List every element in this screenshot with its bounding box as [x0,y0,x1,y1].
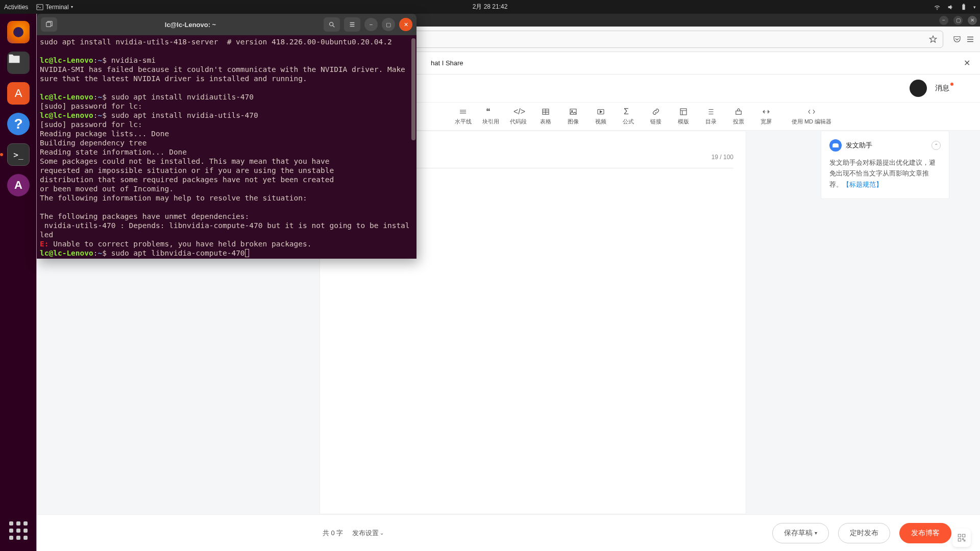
svg-rect-7 [680,109,687,115]
clock[interactable]: 2月 28 21:42 [473,3,508,11]
battery-icon[interactable] [960,4,967,11]
maximize-button[interactable]: ▢ [382,18,395,31]
schedule-button[interactable]: 定时发布 [838,523,890,543]
maximize-button[interactable]: ▢ [953,16,963,25]
dock-firefox[interactable] [6,20,31,44]
messages-label: 消息 [935,84,949,92]
chevron-down-icon: ⌄ [380,530,384,536]
tool-quote[interactable]: ❝块引用 [478,107,503,126]
new-tab-button[interactable] [41,17,57,32]
dock-files[interactable] [6,51,31,75]
notification-dot-icon [950,83,953,86]
tool-template[interactable]: 模版 [671,107,696,126]
collapse-icon[interactable]: ⌃ [932,141,941,150]
gnome-topbar: Activities Terminal ▾ 2月 28 21:42 ▾ [0,0,980,14]
tool-table[interactable]: 表格 [533,107,558,126]
close-button[interactable]: ✕ [399,18,412,31]
tool-label: 公式 [623,118,634,126]
tool-hr[interactable]: 水平线 [450,107,476,126]
publish-settings-label: 发布设置 [352,529,379,538]
assistant-link[interactable]: 【标题规范】 [843,181,883,188]
tool-label: 图像 [568,118,579,126]
svg-rect-8 [736,111,742,115]
menu-button[interactable] [344,17,360,32]
svg-rect-12 [46,22,51,27]
chevron-down-icon: ▾ [71,5,73,9]
tool-label: 块引用 [482,118,499,126]
minimize-button[interactable]: − [364,18,378,31]
svg-rect-11 [958,539,961,541]
dock-ubuntu-software[interactable]: A [6,173,31,197]
tool-label: 目录 [705,118,717,126]
button-label: 保存草稿 [784,529,813,538]
avatar[interactable] [910,80,927,97]
share-tab-fragment[interactable]: hat I Share [431,59,463,67]
tool-label: 表格 [540,118,551,126]
svg-rect-10 [963,534,965,537]
software-icon: A [7,82,30,105]
activities-button[interactable]: Activities [4,4,28,11]
wifi-icon[interactable] [934,4,941,11]
dock-help[interactable]: ? [6,112,31,136]
publish-button[interactable]: 发布博客 [899,523,951,543]
tool-label: 代码段 [510,118,527,126]
sigma-icon: Σ [624,107,633,116]
hamburger-icon[interactable] [966,35,975,44]
tool-formula[interactable]: Σ公式 [616,107,641,126]
scrollbar-thumb[interactable] [411,38,415,140]
search-button[interactable] [324,17,340,32]
star-icon[interactable] [928,35,938,44]
terminal-icon [36,4,43,11]
tool-toc[interactable]: 目录 [698,107,724,126]
assistant-panel: 发文助手 ⌃ 发文助手会对标题提出优化建议，避免出现不恰当文字从而影响文章推荐。… [821,131,949,199]
title-char-count: 19 / 100 [712,154,733,161]
dock-terminal[interactable]: >_ [6,142,31,167]
close-button[interactable]: ✕ [968,16,977,25]
tool-label: 投票 [733,118,744,126]
terminal-titlebar: lc@lc-Lenovo: ~ − ▢ ✕ [37,14,416,35]
close-tab-icon[interactable]: ✕ [961,57,973,69]
ubuntu-dock: A ? >_ A [0,14,37,551]
help-icon: ? [7,113,30,135]
assistant-icon [829,139,842,152]
tool-label: 视频 [595,118,606,126]
tool-image[interactable]: 图像 [560,107,586,126]
chevron-down-icon: ▾ [815,530,817,536]
svg-rect-4 [570,109,576,115]
terminal-title: lc@lc-Lenovo: ~ [61,21,320,29]
messages-link[interactable]: 消息 [935,84,949,93]
tool-label: 模版 [678,118,689,126]
app-menu-terminal[interactable]: Terminal ▾ [36,4,72,11]
tool-md-editor[interactable]: 使用 MD 编辑器 [781,107,842,126]
svg-rect-2 [963,4,965,4]
cursor [245,249,249,257]
quote-icon: ❝ [486,107,495,116]
tool-wide[interactable]: 宽屏 [753,107,779,126]
terminal-output[interactable]: sudo apt install nvidia-utils-418-server… [37,35,416,259]
dock-show-applications[interactable] [6,518,31,543]
code-icon: </> [513,107,523,116]
ubuntu-software-icon: A [7,174,30,196]
terminal-window: lc@lc-Lenovo: ~ − ▢ ✕ sudo apt install n… [37,14,416,259]
tool-label: 水平线 [455,118,472,126]
pocket-icon[interactable] [952,35,962,44]
tool-label: 使用 MD 编辑器 [792,118,831,126]
app-menu-label: Terminal [45,4,68,11]
tool-code[interactable]: </>代码段 [505,107,531,126]
terminal-icon: >_ [7,143,30,166]
tool-link[interactable]: 链接 [643,107,669,126]
qr-button[interactable] [952,529,971,547]
save-draft-button[interactable]: 保存草稿▾ [772,523,829,543]
editor-footer: 共 0 字 发布设置⌄ 保存草稿▾ 定时发布 发布博客 [37,514,980,551]
tool-label: 宽屏 [761,118,772,126]
minimize-button[interactable]: − [939,16,948,25]
volume-icon[interactable] [947,4,954,11]
word-count: 共 0 字 [323,529,343,538]
svg-rect-1 [962,4,965,10]
svg-point-13 [330,22,333,26]
dock-software[interactable]: A [6,81,31,106]
chevron-down-icon[interactable]: ▾ [973,5,976,10]
tool-video[interactable]: 视频 [588,107,614,126]
publish-settings[interactable]: 发布设置⌄ [352,529,384,538]
tool-vote[interactable]: 投票 [726,107,751,126]
